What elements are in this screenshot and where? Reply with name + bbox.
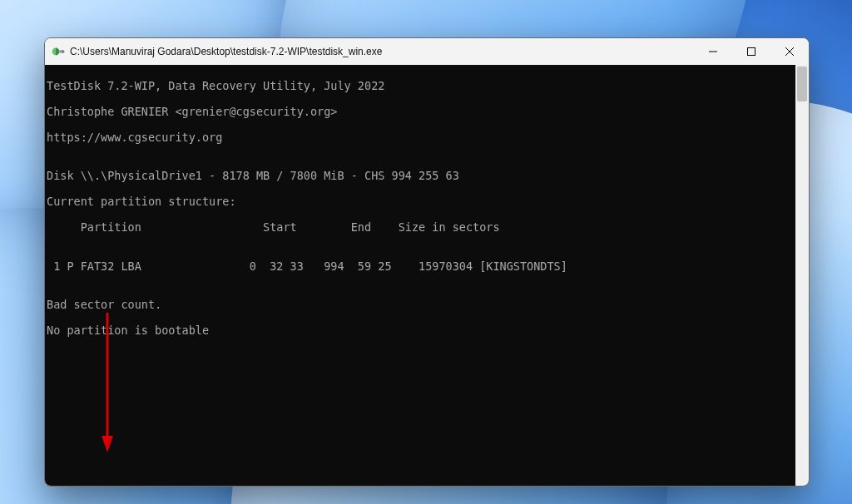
vertical-scrollbar[interactable]	[795, 65, 809, 486]
term-partition-row: 1 P FAT32 LBA 0 32 33 994 59 25 15970304…	[47, 260, 795, 274]
window-title: C:\Users\Manuviraj Godara\Desktop\testdi…	[70, 46, 382, 57]
svg-point-2	[62, 50, 64, 52]
term-line-author: Christophe GRENIER <grenier@cgsecurity.o…	[47, 106, 795, 119]
close-button[interactable]	[770, 38, 809, 65]
term-blank	[47, 350, 795, 363]
scrollbar-thumb[interactable]	[797, 67, 807, 101]
term-blank	[47, 402, 795, 415]
app-icon	[52, 45, 65, 58]
terminal[interactable]: TestDisk 7.2-WIP, Data Recovery Utility,…	[45, 65, 795, 486]
term-blank	[47, 479, 795, 486]
term-blank	[47, 376, 795, 389]
term-line-url: https://www.cgsecurity.org	[47, 131, 795, 145]
term-blank	[47, 427, 795, 441]
term-disk-line: Disk \\.\PhysicalDrive1 - 8178 MB / 7800…	[47, 170, 795, 183]
term-structure: Current partition structure:	[47, 195, 795, 209]
term-columns: Partition Start End Size in sectors	[47, 221, 795, 235]
term-blank	[47, 453, 795, 467]
term-no-bootable: No partition is bootable	[47, 324, 795, 338]
maximize-button[interactable]	[732, 38, 770, 65]
client-area: TestDisk 7.2-WIP, Data Recovery Utility,…	[45, 65, 809, 486]
term-bad-sector: Bad sector count.	[47, 299, 795, 312]
svg-rect-4	[748, 48, 755, 56]
app-window: C:\Users\Manuviraj Godara\Desktop\testdi…	[44, 37, 810, 487]
minimize-button[interactable]	[694, 38, 732, 65]
title-bar[interactable]: C:\Users\Manuviraj Godara\Desktop\testdi…	[45, 38, 809, 65]
term-line-header: TestDisk 7.2-WIP, Data Recovery Utility,…	[47, 80, 795, 93]
